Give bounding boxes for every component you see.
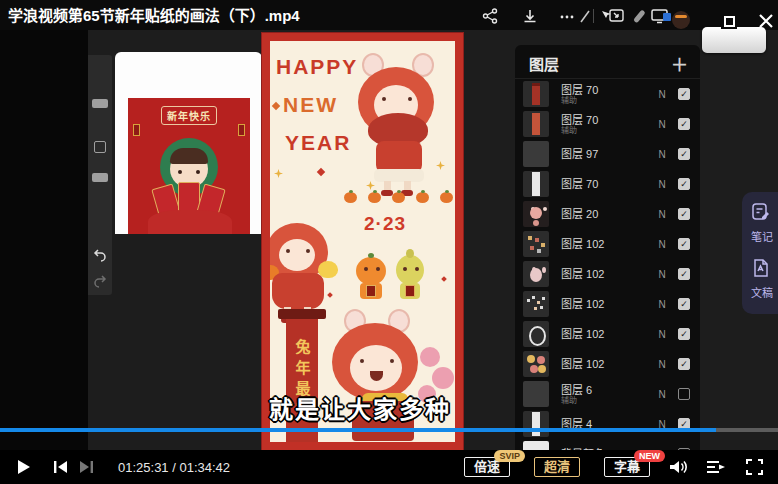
layer-visibility-checkbox[interactable] [678,388,690,400]
pip-icon[interactable] [600,7,626,25]
blend-mode-button[interactable]: N [655,299,669,310]
layer-thumbnail[interactable] [523,441,549,450]
maximize-icon[interactable] [721,13,737,29]
add-layer-button[interactable]: ＋ [671,51,688,76]
layer-name: 图层 102 [561,298,655,310]
layer-visibility-checkbox[interactable] [678,208,690,220]
layer-name: 图层 102 [561,358,655,370]
blend-mode-button[interactable]: N [655,209,669,220]
blend-mode-button[interactable]: N [655,149,669,160]
subtitle-text: 就是让大家多种 [100,390,620,425]
previous-icon[interactable] [50,458,70,476]
blend-mode-button[interactable]: N [655,119,669,130]
layer-thumbnail[interactable] [523,351,549,377]
layer-row[interactable]: 图层 102N [515,259,700,289]
layer-row[interactable]: 图层 70辅助N [515,109,700,139]
share-icon[interactable] [481,7,499,25]
layer-row[interactable]: 背景颜色 [515,439,700,450]
undo-icon[interactable] [92,247,108,263]
notes-label: 笔记 [751,228,778,244]
modify-button[interactable] [94,141,106,153]
layer-row[interactable]: 图层 102N [515,349,700,379]
child-body [148,210,232,234]
layer-thumbnail[interactable] [523,231,549,257]
progress-played [0,428,716,432]
layer-row[interactable]: 图层 70N [515,169,700,199]
date-lettering: 2·23 [364,213,406,235]
lettering-year: YEAR [285,131,351,155]
layer-thumbnail[interactable] [523,111,549,137]
title-bar: 学浪视频第65节新年贴纸的画法（下）.mp4 [0,0,778,30]
fullscreen-icon[interactable] [744,458,764,476]
layer-thumbnail[interactable] [523,261,549,287]
svip-badge: SVIP [494,450,525,462]
pen-icon[interactable] [576,7,594,25]
playlist-icon[interactable] [706,458,726,476]
child-hair [170,148,208,164]
side-tools-panel: 笔记 文稿 [742,192,778,314]
toolbar-divider [593,9,594,23]
caption-button[interactable]: 字幕 NEW [604,457,650,477]
layer-visibility-checkbox[interactable] [678,328,690,340]
layer-row[interactable]: 图层 97N [515,139,700,169]
volume-icon[interactable] [668,458,688,476]
video-frame[interactable]: 新年快乐 HAPPY NEW YEAR [0,30,778,450]
layer-thumbnail[interactable] [523,141,549,167]
blend-mode-button[interactable]: N [655,359,669,370]
layer-thumbnail[interactable] [523,201,549,227]
more-icon[interactable] [558,7,576,25]
banner-top-bar [278,309,326,319]
layer-visibility-checkbox[interactable] [678,298,690,310]
brush-size-slider[interactable] [92,99,108,108]
blend-mode-button[interactable]: N [655,89,669,100]
monitor-cast-icon[interactable] [650,7,674,25]
layer-thumbnail[interactable] [523,171,549,197]
layer-name: 图层 20 [561,208,655,220]
download-icon[interactable] [521,7,539,25]
blend-mode-button[interactable]: N [655,239,669,250]
brush-opacity-slider[interactable] [92,173,108,182]
marker-icon[interactable] [630,7,648,25]
notes-button[interactable]: 笔记 [751,202,778,244]
layer-row[interactable]: 图层 102N [515,319,700,349]
blend-mode-button[interactable]: N [655,329,669,340]
lettering-happy: HAPPY [276,55,358,79]
quality-button[interactable]: 超清 [534,457,580,477]
time-display: 01:25:31 / 01:34:42 [118,460,230,475]
status-icon [672,11,690,29]
layer-visibility-checkbox[interactable] [678,148,690,160]
speed-button[interactable]: 倍速 SVIP [464,457,510,477]
layer-row[interactable]: 图层 20N [515,199,700,229]
orange-kid-leaf [368,253,374,258]
next-icon[interactable] [76,458,96,476]
layer-name: 图层 70 [561,84,655,96]
layer-row[interactable]: 图层 102N [515,289,700,319]
redo-icon[interactable] [92,273,108,289]
play-icon[interactable] [14,458,34,476]
layer-visibility-checkbox[interactable] [678,268,690,280]
layer-visibility-checkbox[interactable] [678,88,690,100]
layer-visibility-checkbox[interactable] [678,178,690,190]
sparkle [436,161,445,170]
girl-eyes [360,359,364,363]
girl-face [350,345,402,391]
drawing-canvas[interactable]: HAPPY NEW YEAR [262,33,463,450]
documents-label: 文稿 [751,284,778,300]
layer-row[interactable]: 图层 102N [515,229,700,259]
layer-thumbnail[interactable] [523,81,549,107]
flower [420,347,440,367]
sparkle [274,169,283,178]
documents-button[interactable]: 文稿 [751,258,778,300]
blend-mode-button[interactable]: N [655,389,669,400]
blend-mode-button[interactable]: N [655,269,669,280]
layer-visibility-checkbox[interactable] [678,358,690,370]
layer-row[interactable]: 图层 70辅助N [515,79,700,109]
layer-thumbnail[interactable] [523,321,549,347]
layer-thumbnail[interactable] [523,291,549,317]
close-icon[interactable] [756,11,776,31]
pear-kid-eyes [403,267,407,271]
layer-visibility-checkbox[interactable] [678,238,690,250]
progress-bar[interactable] [0,428,778,432]
blend-mode-button[interactable]: N [655,179,669,190]
layer-visibility-checkbox[interactable] [678,118,690,130]
